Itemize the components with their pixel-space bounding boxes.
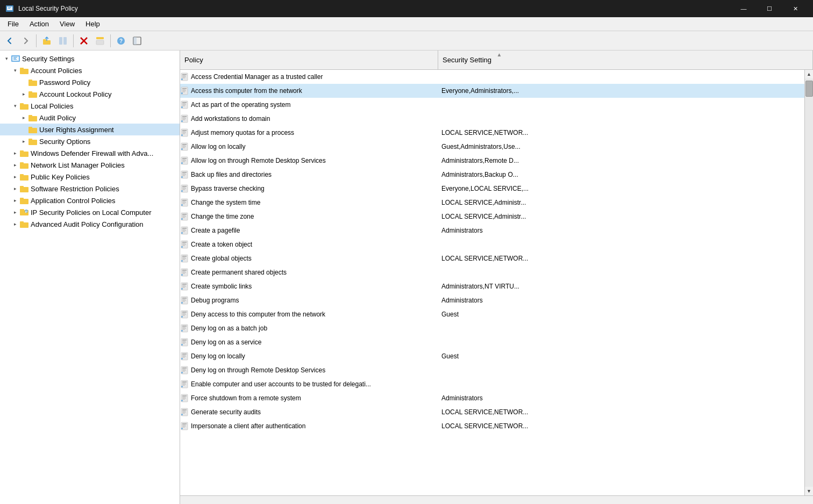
scroll-up-button[interactable]: ▲ bbox=[805, 70, 814, 78]
tree-expand-account-lockout-policy[interactable]: ▸ bbox=[19, 90, 28, 98]
svg-text:?: ? bbox=[119, 38, 123, 44]
setting-cell: Everyone,Administrators,... bbox=[438, 87, 804, 95]
tree-item-user-rights-assignment[interactable]: User Rights Assignment bbox=[0, 124, 180, 135]
svg-point-176 bbox=[181, 358, 183, 359]
tree-item-software-restriction[interactable]: ▸ Software Restriction Policies bbox=[0, 183, 180, 195]
table-row[interactable]: Back up files and directories Administra… bbox=[180, 168, 804, 182]
close-button[interactable]: ✕ bbox=[783, 0, 808, 17]
tree-item-account-lockout-policy[interactable]: ▸ Account Lockout Policy bbox=[0, 88, 180, 100]
svg-rect-205 bbox=[182, 427, 185, 428]
tree-expand-security-options[interactable]: ▸ bbox=[19, 137, 28, 146]
svg-rect-39 bbox=[20, 175, 28, 181]
table-row[interactable]: Add workstations to domain bbox=[180, 112, 804, 126]
policy-cell: Add workstations to domain bbox=[180, 114, 438, 123]
right-scrollbar[interactable]: ▲ ▼ bbox=[804, 70, 813, 495]
up-button[interactable] bbox=[39, 33, 54, 48]
menu-action[interactable]: Action bbox=[24, 19, 54, 29]
tree-item-local-policies[interactable]: ▾ Local Policies bbox=[0, 100, 180, 112]
column-header-setting[interactable]: Security Setting bbox=[438, 51, 813, 69]
policy-cell: Deny log on locally bbox=[180, 352, 438, 361]
table-row[interactable]: Force shutdown from a remote system Admi… bbox=[180, 391, 804, 405]
svg-point-194 bbox=[181, 400, 183, 401]
tree-item-advanced-audit[interactable]: ▸ Advanced Audit Policy Configuration bbox=[0, 218, 180, 230]
table-row[interactable]: Impersonate a client after authenticatio… bbox=[180, 419, 804, 433]
tree-expand-security-settings[interactable]: ▾ bbox=[2, 54, 11, 63]
table-row[interactable]: Deny log on locally Guest bbox=[180, 349, 804, 363]
policy-name: Force shutdown from a remote system bbox=[191, 394, 301, 402]
table-row[interactable]: Act as part of the operating system bbox=[180, 98, 804, 112]
tree-item-account-policies[interactable]: ▾ Account Policies bbox=[0, 64, 180, 76]
table-row[interactable]: Create a token object bbox=[180, 237, 804, 251]
tree-expand-application-control[interactable]: ▸ bbox=[11, 196, 19, 205]
svg-rect-49 bbox=[20, 222, 28, 228]
maximize-button[interactable]: ☐ bbox=[757, 0, 782, 17]
tree-item-label: Software Restriction Policies bbox=[31, 185, 119, 193]
table-row[interactable]: Allow log on locally Guest,Administrator… bbox=[180, 140, 804, 154]
table-row[interactable]: Bypass traverse checking Everyone,LOCAL … bbox=[180, 182, 804, 196]
delete-button[interactable] bbox=[76, 33, 91, 48]
policy-icon bbox=[180, 408, 189, 416]
svg-rect-28 bbox=[20, 103, 24, 105]
help-button[interactable]: ? bbox=[113, 33, 129, 48]
tree-expand-local-policies[interactable]: ▾ bbox=[11, 102, 19, 110]
scroll-down-button[interactable]: ▼ bbox=[805, 487, 814, 495]
tree-expand-ip-security[interactable]: ▸ bbox=[11, 208, 19, 217]
svg-rect-103 bbox=[182, 190, 185, 190]
table-row[interactable]: Adjust memory quotas for a process LOCAL… bbox=[180, 126, 804, 140]
table-row[interactable]: Access Credential Manager as a trusted c… bbox=[180, 70, 804, 84]
tree-expand-windows-defender[interactable]: ▸ bbox=[11, 149, 19, 157]
menu-help[interactable]: Help bbox=[80, 19, 105, 29]
table-row[interactable]: Change the time zone LOCAL SERVICE,Admin… bbox=[180, 210, 804, 224]
tree-expand-network-list[interactable]: ▸ bbox=[11, 161, 19, 169]
svg-rect-112 bbox=[182, 214, 187, 215]
tree-item-security-settings[interactable]: ▾ Security Settings bbox=[0, 53, 180, 64]
tree-item-ip-security[interactable]: ▸ IP IP Security Policies on Local Compu… bbox=[0, 206, 180, 218]
svg-rect-90 bbox=[182, 161, 186, 161]
menu-view[interactable]: View bbox=[54, 19, 80, 29]
svg-rect-108 bbox=[182, 203, 186, 203]
table-row[interactable]: Allow log on through Remote Desktop Serv… bbox=[180, 154, 804, 168]
table-row[interactable]: Enable computer and user accounts to be … bbox=[180, 377, 804, 391]
tree-expand-audit-policy[interactable]: ▸ bbox=[19, 113, 28, 122]
tree-item-network-list[interactable]: ▸ Network List Manager Policies bbox=[0, 159, 180, 171]
folder-icon bbox=[19, 101, 29, 111]
tree-item-windows-defender[interactable]: ▸ Windows Defender Firewall with Adva... bbox=[0, 147, 180, 159]
tree-item-public-key[interactable]: ▸ Public Key Policies bbox=[0, 171, 180, 183]
table-row[interactable]: Deny log on through Remote Desktop Servi… bbox=[180, 363, 804, 377]
scroll-thumb[interactable] bbox=[805, 81, 813, 97]
forward-button[interactable] bbox=[18, 33, 33, 48]
back-button[interactable] bbox=[2, 33, 17, 48]
policy-name: Bypass traverse checking bbox=[191, 185, 265, 192]
tree-expand-public-key[interactable]: ▸ bbox=[11, 172, 19, 181]
tree-expand-advanced-audit[interactable]: ▸ bbox=[11, 220, 19, 228]
tree-item-audit-policy[interactable]: ▸ Audit Policy bbox=[0, 112, 180, 124]
table-row[interactable]: Debug programs Administrators bbox=[180, 293, 804, 307]
table-row[interactable]: Create permanent shared objects bbox=[180, 265, 804, 279]
svg-rect-83 bbox=[182, 146, 186, 146]
table-row[interactable]: Change the system time LOCAL SERVICE,Adm… bbox=[180, 196, 804, 210]
table-row[interactable]: Create global objects LOCAL SERVICE,NETW… bbox=[180, 251, 804, 265]
tree-expand-account-policies[interactable]: ▾ bbox=[11, 66, 19, 75]
tree-expand-software-restriction[interactable]: ▸ bbox=[11, 184, 19, 193]
scroll-track[interactable] bbox=[805, 78, 814, 487]
table-row[interactable]: Deny log on as a batch job bbox=[180, 321, 804, 335]
table-row[interactable]: Create a pagefile Administrators bbox=[180, 224, 804, 237]
extended-button[interactable] bbox=[130, 33, 145, 48]
toolbar-sep-1 bbox=[36, 34, 37, 47]
svg-rect-192 bbox=[182, 398, 186, 399]
show-hide-button[interactable] bbox=[55, 33, 70, 48]
tree-item-application-control[interactable]: ▸ Application Control Policies bbox=[0, 195, 180, 206]
menu-file[interactable]: File bbox=[2, 19, 24, 29]
tree-item-password-policy[interactable]: Password Policy bbox=[0, 76, 180, 88]
svg-rect-95 bbox=[182, 174, 186, 174]
minimize-button[interactable]: — bbox=[731, 0, 756, 17]
tree-item-security-options[interactable]: ▸ Security Options bbox=[0, 135, 180, 147]
table-row[interactable]: Access this computer from the network Ev… bbox=[180, 84, 804, 98]
properties-button[interactable] bbox=[92, 33, 108, 48]
table-row[interactable]: Create symbolic links Administrators,NT … bbox=[180, 279, 804, 293]
table-row[interactable]: Generate security audits LOCAL SERVICE,N… bbox=[180, 405, 804, 419]
table-row[interactable]: Deny log on as a service bbox=[180, 335, 804, 349]
column-header-policy[interactable]: Policy bbox=[180, 51, 438, 69]
table-row[interactable]: Deny access to this computer from the ne… bbox=[180, 307, 804, 321]
svg-rect-71 bbox=[182, 118, 186, 118]
